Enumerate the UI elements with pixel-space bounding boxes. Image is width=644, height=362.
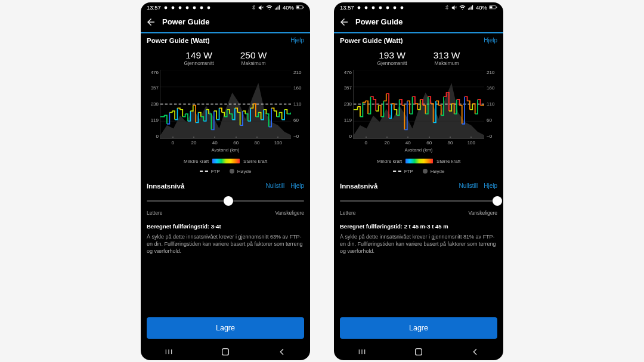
xtick: 0 [162, 141, 183, 146]
xi-icon [185, 5, 190, 10]
slider-left-label: Lettere [147, 210, 162, 216]
ytick-left: 119 [148, 117, 159, 123]
power-guide-section: Power Guide (Watt) Hjelp 193 W Gjennomsn… [334, 33, 503, 174]
dash-icon [200, 171, 208, 172]
svg-rect-31 [416, 348, 422, 355]
svg-rect-25 [490, 6, 492, 8]
ytick-left: 119 [341, 117, 352, 123]
stat-max: 250 W Maksimum [240, 50, 267, 66]
legend-ftp: FTP [404, 169, 413, 174]
svg-point-1 [171, 6, 174, 9]
section-title: Power Guide (Watt) [340, 37, 403, 44]
effort-slider[interactable] [147, 193, 304, 209]
ytick-left: 0 [341, 134, 352, 139]
axis-bottom: 020406080100 [342, 141, 495, 146]
axis-left: 4763572381190 [340, 70, 353, 139]
gear-icon [199, 5, 204, 10]
max-value: 313 W [434, 50, 460, 60]
dot-icon [230, 169, 234, 174]
reset-link[interactable]: Nullstill [266, 182, 285, 189]
xtick: 80 [246, 141, 267, 146]
save-button[interactable]: Lagre [147, 317, 304, 339]
avg-label: Gjennomsnitt [184, 60, 214, 66]
signal-icon [274, 4, 281, 11]
help-link[interactable]: Hjelp [290, 37, 304, 44]
stat-max: 313 W Maksimum [434, 50, 460, 66]
wifi-icon [459, 4, 466, 11]
reset-link[interactable]: Nullstill [459, 182, 478, 189]
ytick-right: 160 [293, 85, 303, 91]
ytick-right: 60 [293, 117, 303, 123]
svg-rect-15 [222, 348, 229, 355]
w-icon [371, 5, 376, 10]
nav-back-icon[interactable] [463, 346, 487, 358]
legend-lines: FTP Høyde [340, 169, 497, 174]
svg-point-18 [371, 6, 374, 9]
axis-right: 21016011060~0 [291, 70, 304, 139]
max-label: Maksimum [434, 60, 460, 66]
slider-right-label: Vanskeligere [275, 210, 304, 216]
effort-help-link[interactable]: Hjelp [290, 182, 304, 189]
svg-point-3 [185, 6, 188, 9]
xtick: 80 [439, 141, 460, 146]
effort-description: Å sykle på dette innsatsnivået krever i … [340, 233, 497, 255]
legend-lines: FTP Høyde [147, 169, 304, 174]
effort-section: Innsatsnivå Nullstill Hjelp Lettere Vans… [334, 178, 503, 255]
effort-description: Å sykle på dette innsatsnivået krever i … [147, 233, 304, 255]
ytick-right: ~0 [487, 134, 496, 139]
battery-pct: 40% [283, 4, 294, 11]
x-axis-label: Avstand (km) [340, 147, 497, 153]
svg-point-21 [393, 6, 396, 9]
spectrum-bar [212, 159, 240, 163]
dot-icon [423, 169, 428, 174]
avg-value: 193 W [377, 50, 407, 60]
save-button[interactable]: Lagre [340, 317, 497, 339]
effort-help-link[interactable]: Hjelp [484, 182, 497, 189]
home-icon[interactable] [407, 346, 431, 358]
max-value: 250 W [240, 50, 267, 60]
max-label: Maksimum [240, 60, 267, 66]
legend-power-gradient: Mindre kraft Større kraft [147, 159, 304, 164]
svg-point-0 [164, 6, 167, 9]
estimated-time: Beregnet fullføringstid: 3-4t [147, 223, 304, 230]
axis-right: 21016011060~0 [484, 70, 497, 139]
messenger-icon [357, 5, 361, 10]
status-time: 13:57 [340, 4, 354, 11]
battery-icon [296, 5, 304, 10]
ytick-left: 357 [341, 85, 352, 91]
status-time: 13:57 [147, 4, 161, 11]
x-axis-label: Avstand (km) [147, 147, 304, 153]
phone-frame: 13:57 40% Power Guide Power Guide (Watt)… [334, 2, 503, 360]
stat-average: 149 W Gjennomsnitt [184, 50, 214, 66]
slider-thumb[interactable] [224, 196, 233, 206]
summary-stats: 193 W Gjennomsnitt 313 W Maksimum [340, 50, 497, 66]
effort-slider[interactable] [340, 193, 497, 209]
battery-pct: 40% [476, 4, 487, 11]
xtick: 100 [268, 141, 289, 146]
avg-label: Gjennomsnitt [377, 60, 407, 66]
recents-icon[interactable] [350, 346, 374, 358]
bullet-icon [206, 5, 211, 10]
nav-back-icon[interactable] [270, 346, 294, 358]
ytick-left: 357 [148, 85, 159, 91]
back-arrow-icon[interactable] [339, 17, 349, 27]
back-arrow-icon[interactable] [145, 17, 156, 27]
ytick-right: 110 [293, 101, 303, 107]
ytick-right: 60 [487, 117, 496, 123]
avg-value: 149 W [184, 50, 214, 60]
legend-less-label: Mindre kraft [377, 159, 402, 164]
signal-icon [467, 4, 474, 11]
svg-point-20 [386, 6, 389, 9]
ytick-right: 160 [487, 85, 496, 91]
android-nav-bar [334, 344, 503, 360]
legend-ftp: FTP [211, 169, 220, 174]
svg-point-4 [193, 6, 196, 9]
svg-rect-24 [496, 7, 497, 8]
ytick-left: 238 [341, 101, 352, 107]
mute-icon [451, 5, 457, 11]
home-icon[interactable] [213, 346, 237, 358]
recents-icon[interactable] [157, 346, 181, 358]
help-link[interactable]: Hjelp [484, 37, 497, 44]
summary-stats: 149 W Gjennomsnitt 250 W Maksimum [147, 50, 304, 66]
slider-thumb[interactable] [493, 196, 502, 206]
